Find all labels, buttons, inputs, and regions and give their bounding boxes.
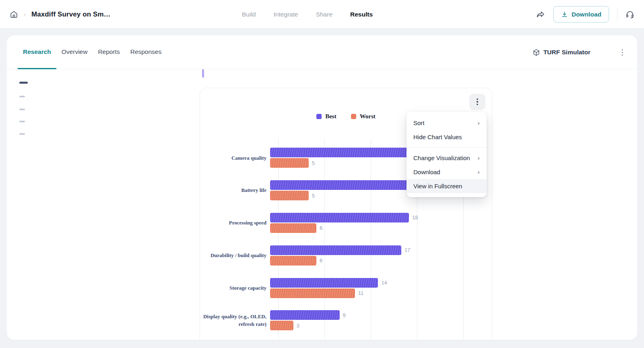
panel-kebab-menu-button[interactable]: ⋮ bbox=[619, 35, 626, 69]
tab-overview-label: Overview bbox=[62, 48, 88, 56]
sidebar-item[interactable] bbox=[19, 96, 25, 97]
menu-item-hide-chart-values[interactable]: Hide Chart Values bbox=[407, 130, 487, 144]
home-button[interactable] bbox=[10, 10, 18, 19]
menu-item-hide-chart-values-label: Hide Chart Values bbox=[413, 133, 480, 141]
kebab-icon bbox=[477, 99, 478, 100]
bar-value-label: 6 bbox=[320, 225, 322, 231]
kebab-icon: ⋮ bbox=[619, 48, 626, 57]
turf-simulator-button[interactable]: TURF Simulator bbox=[533, 35, 590, 69]
bar-value-label: 6 bbox=[320, 257, 322, 264]
category-label: Camera quality bbox=[200, 154, 270, 162]
download-button-label: Download bbox=[572, 11, 601, 18]
menu-item-sort-label: Sort bbox=[413, 119, 473, 127]
tab-overview[interactable]: Overview bbox=[56, 35, 93, 69]
bar-value-label: 9 bbox=[343, 312, 346, 318]
nav-tab-share[interactable]: Share bbox=[316, 11, 332, 18]
cube-icon bbox=[533, 49, 540, 56]
nav-tab-build[interactable]: Build bbox=[242, 11, 256, 18]
breadcrumb-chevron-icon: › bbox=[24, 11, 26, 18]
bar-value-label: 5 bbox=[312, 160, 315, 166]
worst-bar[interactable] bbox=[270, 288, 355, 298]
sidebar-item[interactable] bbox=[19, 109, 25, 110]
bar-value-label: 5 bbox=[312, 193, 315, 199]
share-arrow-icon bbox=[536, 10, 545, 19]
download-button[interactable]: Download bbox=[553, 6, 609, 23]
topbar-divider bbox=[617, 8, 617, 21]
menu-item-download-label: Download bbox=[413, 168, 473, 176]
worst-bar[interactable] bbox=[270, 223, 316, 233]
bar-value-label: 18 bbox=[412, 214, 418, 220]
results-panel: Research Overview Reports Responses TURF… bbox=[7, 35, 637, 340]
menu-item-change-visualization-label: Change Visualization bbox=[413, 154, 473, 162]
submenu-chevron-icon: › bbox=[477, 154, 480, 161]
legend-item-best[interactable]: Best bbox=[316, 113, 336, 120]
best-bar[interactable] bbox=[270, 278, 378, 288]
sidebar-item[interactable] bbox=[19, 121, 25, 122]
menu-item-sort[interactable]: Sort › bbox=[407, 116, 487, 130]
chart-row: Processing speed186 bbox=[200, 207, 492, 239]
chart-row: Storage capacity1411 bbox=[200, 272, 492, 304]
chart-row: Display quality (e.g., OLED, refresh rat… bbox=[200, 304, 492, 337]
legend-worst-label: Worst bbox=[360, 113, 376, 120]
category-label: Processing speed bbox=[200, 219, 270, 227]
chart-kebab-menu-button[interactable] bbox=[469, 94, 485, 110]
bar-value-label: 11 bbox=[358, 290, 364, 296]
category-label: Durability / build quality bbox=[200, 251, 270, 259]
legend-item-worst[interactable]: Worst bbox=[351, 113, 376, 120]
submenu-chevron-icon: › bbox=[477, 119, 480, 126]
submenu-chevron-icon: › bbox=[477, 169, 480, 175]
worst-swatch bbox=[351, 114, 356, 119]
breadcrumb-survey-title: Maxdiff Survey on Sm… bbox=[31, 10, 111, 19]
nav-tab-results[interactable]: Results bbox=[350, 11, 373, 18]
sidebar-item[interactable] bbox=[19, 133, 25, 135]
home-icon bbox=[10, 10, 18, 19]
tab-reports[interactable]: Reports bbox=[93, 35, 125, 69]
worst-bar[interactable] bbox=[270, 158, 309, 168]
tab-research-label: Research bbox=[23, 48, 51, 56]
worst-bar[interactable] bbox=[270, 191, 309, 200]
best-bar[interactable] bbox=[270, 245, 401, 255]
results-tab-bar: Research Overview Reports Responses TURF… bbox=[7, 35, 637, 69]
category-label: Battery life bbox=[200, 186, 270, 194]
best-bar[interactable] bbox=[270, 213, 409, 222]
tab-responses-label: Responses bbox=[130, 48, 162, 56]
category-label: Storage capacity bbox=[200, 284, 270, 292]
tab-reports-label: Reports bbox=[98, 48, 120, 56]
support-button[interactable] bbox=[625, 10, 634, 19]
legend-best-label: Best bbox=[325, 113, 336, 120]
category-label: Display quality (e.g., OLED, refresh rat… bbox=[200, 313, 270, 328]
sidebar-item-active[interactable] bbox=[19, 82, 28, 84]
turf-simulator-label: TURF Simulator bbox=[543, 49, 590, 56]
bar-value-label: 14 bbox=[381, 280, 387, 286]
main-nav-tabs: Build Integrate Share Results bbox=[242, 0, 373, 29]
share-button[interactable] bbox=[536, 10, 545, 19]
best-bar[interactable] bbox=[270, 310, 340, 320]
menu-item-change-visualization[interactable]: Change Visualization › bbox=[407, 151, 487, 165]
worst-bar[interactable] bbox=[270, 321, 293, 330]
nav-tab-integrate[interactable]: Integrate bbox=[273, 11, 298, 18]
menu-item-download[interactable]: Download › bbox=[407, 165, 487, 179]
menu-divider bbox=[407, 147, 487, 148]
results-content: Best Worst Camera quality225Battery life… bbox=[7, 69, 637, 340]
chart-row: Durability / build quality176 bbox=[200, 239, 492, 272]
bar-value-label: 17 bbox=[405, 247, 410, 253]
scrollbar-thumb[interactable] bbox=[202, 69, 204, 78]
bar-value-label: 3 bbox=[297, 323, 299, 329]
download-icon bbox=[561, 11, 568, 18]
menu-item-view-in-fullscreen-label: View in Fullscreen bbox=[413, 182, 480, 190]
worst-bar[interactable] bbox=[270, 256, 316, 266]
tab-responses[interactable]: Responses bbox=[125, 35, 167, 69]
best-bar[interactable] bbox=[270, 180, 424, 190]
menu-item-view-in-fullscreen[interactable]: View in Fullscreen bbox=[407, 179, 487, 193]
headset-icon bbox=[625, 10, 634, 19]
top-nav-bar: › Maxdiff Survey on Sm… Build Integrate … bbox=[0, 0, 644, 29]
tab-research[interactable]: Research bbox=[18, 35, 56, 69]
best-swatch bbox=[316, 114, 322, 119]
chart-context-menu: Sort › Hide Chart Values Change Visualiz… bbox=[407, 112, 487, 197]
